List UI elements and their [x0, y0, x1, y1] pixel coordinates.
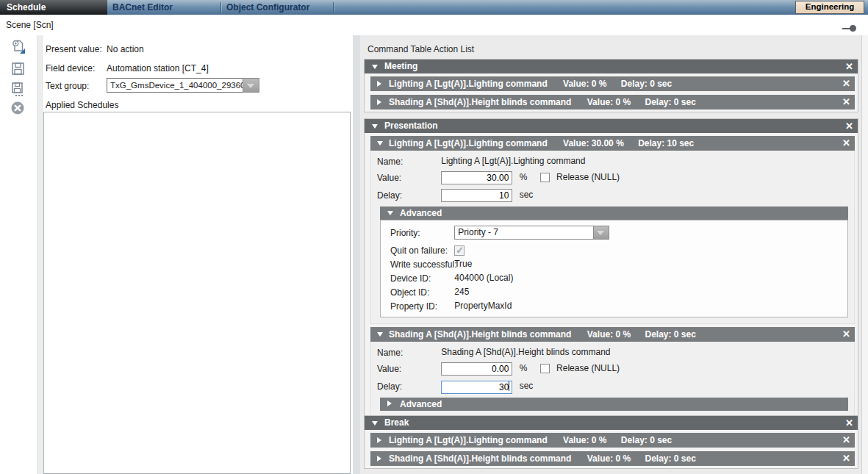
action-row[interactable]: Lighting A [Lgt(A)].Lighting command Val… — [370, 433, 855, 448]
save-as-icon[interactable] — [10, 81, 27, 98]
action-value-summary: Value: 0 % — [587, 97, 631, 107]
new-scene-icon[interactable] — [10, 38, 27, 56]
action-value-summary: Value: 0 % — [563, 435, 606, 445]
delay-label: Delay: — [377, 379, 439, 394]
page-title: Scene [Scn] — [6, 20, 54, 30]
scene-header-row: Scene [Scn] — [0, 15, 868, 35]
applied-schedules-label: Applied Schedules — [46, 100, 118, 110]
text-group-select[interactable]: TxG_GmsDevice_1_404000_29360128 — [107, 78, 243, 93]
toolbar-divider — [37, 35, 43, 474]
collapse-arrow-icon — [372, 65, 378, 69]
name-label: Name: — [377, 345, 439, 360]
close-icon[interactable]: ✕ — [842, 433, 850, 448]
delay-input-focused[interactable] — [441, 381, 512, 394]
delay-unit: sec — [520, 190, 534, 200]
applied-schedules-list[interactable] — [43, 112, 351, 474]
save-icon[interactable] — [10, 60, 27, 78]
pin-icon[interactable] — [842, 25, 857, 32]
action-row[interactable]: Shading A [Shd(A)].Height blinds command… — [370, 451, 855, 466]
action-delay-summary: Delay: 0 sec — [645, 329, 696, 340]
scrollbar-track[interactable] — [861, 35, 868, 474]
collapse-arrow-icon — [372, 124, 378, 129]
expand-arrow-icon — [377, 456, 381, 462]
close-icon[interactable]: ✕ — [845, 416, 853, 430]
collapse-arrow-icon — [377, 332, 383, 337]
close-icon[interactable]: ✕ — [845, 119, 853, 133]
device-id-value: 404000 (Local) — [454, 273, 513, 283]
action-value-summary: Value: 0 % — [587, 329, 631, 340]
collapse-arrow-icon — [377, 141, 383, 146]
action-value-summary: Value: 30.00 % — [563, 138, 624, 148]
action-delay-summary: Delay: 0 sec — [645, 97, 696, 107]
section-presentation: Presentation ✕ Lighting A [Lgt(A)].Light… — [364, 118, 858, 424]
advanced-content: Priority: Priority - 7 Quit on failure: … — [380, 220, 848, 317]
tab-schedule[interactable]: Schedule — [0, 0, 107, 15]
command-table-title: Command Table Action List — [367, 44, 474, 54]
section-meeting-header[interactable]: Meeting ✕ — [365, 60, 858, 73]
action-title: Lighting A [Lgt(A)].Lighting command — [389, 79, 548, 89]
advanced-group: Advanced — [380, 398, 848, 411]
advanced-header-collapsed[interactable]: Advanced — [380, 398, 848, 411]
action-delay-summary: Delay: 10 sec — [638, 138, 694, 148]
cancel-icon[interactable] — [10, 100, 27, 118]
close-icon[interactable]: ✕ — [845, 60, 853, 73]
close-icon[interactable]: ✕ — [842, 76, 850, 91]
property-id-label: Property ID: — [390, 300, 452, 313]
close-icon[interactable]: ✕ — [842, 136, 850, 151]
close-icon[interactable]: ✕ — [842, 451, 850, 466]
text-group-dropdown-arrow-icon[interactable] — [243, 78, 259, 93]
action-title: Shading A [Shd(A)].Height blinds command — [389, 329, 571, 340]
section-break-header[interactable]: Break ✕ — [365, 416, 858, 430]
section-break: Break ✕ Lighting A [Lgt(A)].Lighting com… — [364, 415, 858, 469]
value-input[interactable] — [441, 171, 512, 184]
advanced-header[interactable]: Advanced — [380, 207, 848, 220]
priority-select[interactable]: Priority - 7 — [454, 226, 594, 240]
action-value-summary: Value: 0 % — [587, 453, 631, 464]
action-header[interactable]: Shading A [Shd(A)].Height blinds command… — [370, 327, 855, 342]
expand-arrow-icon — [377, 437, 381, 443]
release-null-checkbox[interactable] — [540, 364, 550, 373]
release-null-label: Release (NULL) — [556, 363, 620, 373]
check-icon: ✓ — [456, 244, 464, 257]
value-unit: % — [520, 363, 528, 373]
action-row[interactable]: Shading A [Shd(A)].Height blinds command… — [370, 95, 855, 109]
name-label: Name: — [377, 154, 439, 169]
delay-input[interactable] — [441, 189, 512, 202]
action-delay-summary: Delay: 0 sec — [621, 79, 672, 89]
object-id-value: 245 — [454, 287, 469, 297]
value-input[interactable] — [441, 362, 512, 376]
action-title: Shading A [Shd(A)].Height blinds command — [389, 97, 571, 107]
advanced-label: Advanced — [400, 399, 442, 409]
field-device: Automation station [CT_4] — [107, 63, 209, 73]
release-null-checkbox[interactable] — [540, 173, 550, 182]
quit-on-failure-checkbox[interactable]: ✓ — [454, 245, 465, 256]
action-expanded-shading: Shading A [Shd(A)].Height blinds command… — [370, 327, 855, 417]
action-detail: Name: Shading A [Shd(A)].Height blinds c… — [370, 342, 855, 417]
action-title: Lighting A [Lgt(A)].Lighting command — [389, 435, 548, 445]
close-icon[interactable]: ✕ — [842, 327, 850, 342]
action-delay-summary: Delay: 0 sec — [645, 453, 696, 464]
delay-label: Delay: — [377, 188, 439, 203]
tab-separator — [220, 2, 221, 12]
action-header[interactable]: Lighting A [Lgt(A)].Lighting command Val… — [370, 136, 855, 151]
priority-dropdown-arrow-icon[interactable] — [593, 226, 609, 240]
action-detail: Name: Lighting A [Lgt(A)].Lighting comma… — [370, 151, 855, 324]
property-id-value: PropertyMaxId — [454, 301, 512, 311]
value-label: Value: — [377, 362, 439, 376]
write-successful-value: True — [454, 259, 472, 269]
release-null-label: Release (NULL) — [556, 172, 620, 182]
tab-object-configurator[interactable]: Object Configurator — [226, 0, 309, 15]
section-name: Break — [384, 417, 409, 428]
close-icon[interactable]: ✕ — [842, 95, 850, 109]
advanced-label: Advanced — [400, 208, 442, 218]
quit-on-failure-label: Quit on failure: — [390, 244, 452, 257]
engineering-button[interactable]: Engineering — [795, 1, 864, 14]
tab-bacnet-editor[interactable]: BACnet Editor — [112, 0, 173, 15]
present-value: No action — [107, 44, 144, 54]
object-id-label: Object ID: — [390, 286, 452, 299]
action-row[interactable]: Lighting A [Lgt(A)].Lighting command Val… — [370, 76, 855, 91]
section-presentation-header[interactable]: Presentation ✕ — [365, 119, 858, 133]
value-unit: % — [520, 172, 528, 182]
present-value-label: Present value: — [46, 44, 102, 54]
name-value: Shading A [Shd(A)].Height blinds command — [441, 347, 610, 357]
